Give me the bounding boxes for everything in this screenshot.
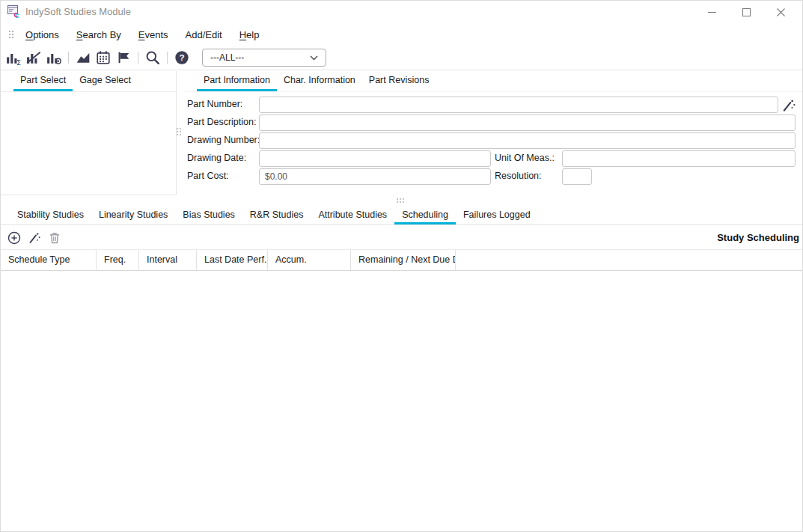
- studies-tab-linearity-studies[interactable]: Linearity Studies: [91, 207, 175, 224]
- menu-events[interactable]: Events: [138, 29, 168, 40]
- column-header-remaining-next-due-date[interactable]: Remaining / Next Due Date: [351, 250, 456, 270]
- flag-icon[interactable]: [116, 50, 131, 65]
- study-toolbar-icons: [1, 231, 61, 245]
- menu-help[interactable]: Help: [239, 29, 260, 40]
- vertical-splitter-grip-icon[interactable]: [177, 128, 181, 135]
- part-description-input[interactable]: [259, 114, 796, 131]
- studies-tabstrip: Stability StudiesLinearity StudiesBias S…: [1, 207, 802, 225]
- column-header-last-date-perf[interactable]: Last Date Perf.: [197, 250, 268, 270]
- chevron-down-icon: [310, 52, 318, 63]
- main-toolbar: Σ? ---ALL---: [1, 45, 802, 70]
- wand-icon[interactable]: [28, 231, 41, 245]
- drawing-number-label: Drawing Number:: [187, 135, 260, 145]
- menu-bar: OptionsSearch ByEventsAdd/EditHelp: [1, 24, 802, 45]
- toolbar-separator: [167, 52, 168, 64]
- section-title: Study Scheduling: [717, 226, 799, 249]
- part-number-input[interactable]: [259, 97, 778, 113]
- schedule-grid-body[interactable]: [1, 271, 802, 531]
- linearity-chart-icon[interactable]: [26, 50, 41, 65]
- studies-tab-attribute-studies[interactable]: Attribute Studies: [311, 207, 394, 224]
- unit-of-meas-label: Unit Of Meas.:: [495, 153, 555, 163]
- toolbar-separator: [138, 52, 138, 64]
- maximize-button[interactable]: [729, 1, 763, 23]
- calendar-icon[interactable]: [96, 50, 111, 65]
- studies-tab-failures-logged[interactable]: Failures Logged: [456, 207, 538, 224]
- help-icon[interactable]: ?: [174, 50, 189, 65]
- horizontal-splitter-grip-icon[interactable]: [397, 198, 404, 203]
- search-icon[interactable]: [145, 50, 160, 65]
- select-panel: Part SelectGage Select: [1, 71, 177, 195]
- studies-tab-stability-studies[interactable]: Stability Studies: [10, 207, 91, 224]
- stability-chart-icon[interactable]: Σ: [6, 50, 21, 65]
- menu-search-by[interactable]: Search By: [76, 29, 121, 40]
- part-number-label: Part Number:: [187, 99, 242, 109]
- drawing-date-input[interactable]: [259, 150, 491, 167]
- part-select-list[interactable]: [1, 92, 176, 195]
- studies-tab-bias-studies[interactable]: Bias Studies: [175, 207, 242, 224]
- select-tab-part-select[interactable]: Part Select: [13, 71, 73, 91]
- part-cost-label: Part Cost:: [187, 171, 229, 181]
- title-bar: c c IndySoft Studies Module: [1, 1, 802, 23]
- studies-tab-r-r-studies[interactable]: R&R Studies: [242, 207, 311, 224]
- filter-dropdown[interactable]: ---ALL---: [202, 49, 326, 67]
- close-button[interactable]: [763, 1, 798, 23]
- indysoft-studies-window: c c IndySoft Studies Module OptionsSearc…: [0, 0, 803, 532]
- minimize-button[interactable]: [694, 1, 729, 23]
- resolution-label: Resolution:: [495, 171, 542, 181]
- bias-chart-icon[interactable]: [46, 50, 61, 65]
- column-header-accum[interactable]: Accum.: [268, 250, 351, 270]
- toolbar-icons: Σ?: [1, 50, 189, 65]
- menu-items: OptionsSearch ByEventsAdd/EditHelp: [25, 29, 276, 40]
- part-tab-char-information[interactable]: Char. Information: [277, 71, 362, 91]
- resolution-input[interactable]: [562, 168, 592, 185]
- menu-drag-grip-icon[interactable]: [9, 31, 13, 38]
- part-tabstrip: Part InformationChar. InformationPart Re…: [184, 71, 803, 92]
- unit-of-meas-input[interactable]: [562, 150, 796, 167]
- part-cost-input[interactable]: [259, 168, 491, 185]
- column-header-schedule-type[interactable]: Schedule Type: [1, 250, 97, 270]
- trash-icon: [48, 231, 61, 245]
- column-header-freq[interactable]: Freq.: [97, 250, 139, 270]
- window-title: IndySoft Studies Module: [25, 1, 131, 23]
- filter-dropdown-value: ---ALL---: [210, 52, 244, 63]
- part-tab-part-revisions[interactable]: Part Revisions: [362, 71, 436, 91]
- svg-text:?: ?: [179, 52, 184, 62]
- column-header-interval[interactable]: Interval: [139, 250, 197, 270]
- part-information-panel: Part InformationChar. InformationPart Re…: [184, 71, 803, 195]
- svg-text:Σ: Σ: [16, 58, 21, 64]
- window-controls: [694, 1, 798, 23]
- select-tab-gage-select[interactable]: Gage Select: [73, 71, 138, 91]
- schedule-grid-header: Schedule TypeFreq.IntervalLast Date Perf…: [1, 249, 802, 271]
- svg-text:c: c: [14, 10, 19, 19]
- add-icon[interactable]: [7, 231, 21, 245]
- study-scheduling-toolbar: [1, 226, 802, 249]
- select-tabstrip: Part SelectGage Select: [1, 71, 176, 92]
- studies-tab-scheduling[interactable]: Scheduling: [394, 207, 456, 224]
- part-lookup-wand-icon[interactable]: [781, 98, 796, 113]
- menu-add-edit[interactable]: Add/Edit: [186, 29, 222, 40]
- toolbar-separator: [68, 52, 69, 64]
- menu-options[interactable]: Options: [25, 29, 59, 40]
- part-description-label: Part Description:: [187, 117, 256, 127]
- part-tab-part-information[interactable]: Part Information: [197, 71, 277, 91]
- drawing-number-input[interactable]: [259, 132, 796, 149]
- area-chart-icon[interactable]: [76, 50, 91, 65]
- drawing-date-label: Drawing Date:: [187, 153, 246, 163]
- indysoft-app-icon: c c: [7, 5, 22, 19]
